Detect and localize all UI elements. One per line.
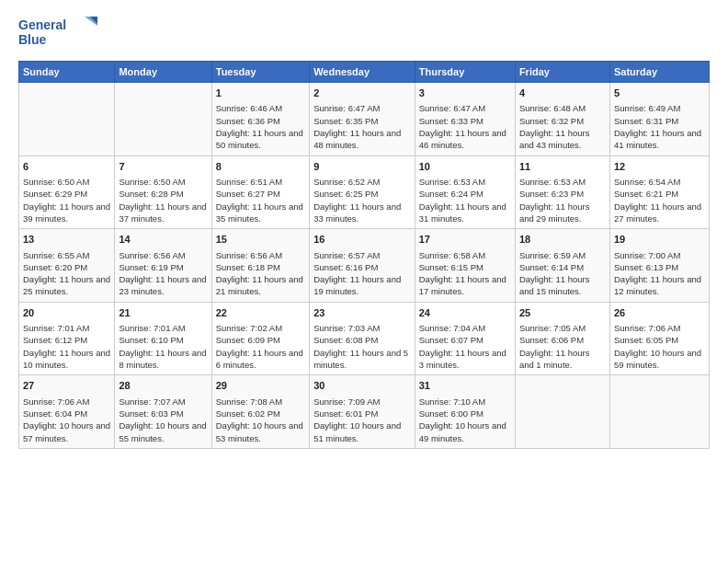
day-number: 28 (119, 379, 207, 393)
day-info: Sunrise: 6:50 AM Sunset: 6:28 PM Dayligh… (119, 176, 207, 224)
cell-day-empty-1 (115, 83, 211, 156)
day-info: Sunrise: 7:00 AM Sunset: 6:13 PM Dayligh… (614, 249, 705, 298)
day-number: 8 (216, 160, 305, 174)
cell-day-14: 14Sunrise: 6:56 AM Sunset: 6:19 PM Dayli… (115, 229, 211, 303)
day-number: 14 (119, 233, 207, 247)
day-number: 1 (216, 86, 305, 100)
day-number: 2 (313, 86, 411, 100)
cell-day-empty-0 (19, 83, 115, 156)
cell-day-26: 26Sunrise: 7:06 AM Sunset: 6:05 PM Dayli… (609, 302, 709, 375)
cell-day-8: 8Sunrise: 6:51 AM Sunset: 6:27 PM Daylig… (211, 155, 309, 229)
logo: General Blue (18, 15, 101, 53)
day-info: Sunrise: 6:51 AM Sunset: 6:27 PM Dayligh… (216, 176, 305, 224)
cell-day-15: 15Sunrise: 6:56 AM Sunset: 6:18 PM Dayli… (211, 229, 309, 303)
day-number: 30 (313, 379, 411, 393)
day-number: 31 (419, 379, 511, 393)
calendar-table: SundayMondayTuesdayWednesdayThursdayFrid… (18, 61, 710, 449)
day-info: Sunrise: 6:53 AM Sunset: 6:23 PM Dayligh… (519, 176, 606, 224)
day-number: 21 (119, 306, 207, 320)
cell-day-6: 6Sunrise: 6:50 AM Sunset: 6:29 PM Daylig… (19, 155, 115, 229)
day-number: 3 (419, 86, 511, 100)
day-info: Sunrise: 7:05 AM Sunset: 6:06 PM Dayligh… (519, 322, 606, 371)
day-info: Sunrise: 7:06 AM Sunset: 6:04 PM Dayligh… (23, 396, 110, 444)
cell-day-27: 27Sunrise: 7:06 AM Sunset: 6:04 PM Dayli… (19, 375, 115, 449)
day-number: 25 (519, 306, 606, 320)
day-info: Sunrise: 7:02 AM Sunset: 6:09 PM Dayligh… (216, 322, 305, 371)
day-info: Sunrise: 6:48 AM Sunset: 6:32 PM Dayligh… (519, 102, 606, 151)
day-info: Sunrise: 6:52 AM Sunset: 6:25 PM Dayligh… (313, 176, 411, 224)
logo-svg: General Blue (18, 15, 101, 53)
cell-day-4: 4Sunrise: 6:48 AM Sunset: 6:32 PM Daylig… (515, 83, 609, 156)
day-info: Sunrise: 7:07 AM Sunset: 6:03 PM Dayligh… (119, 396, 207, 444)
week-row-3: 13Sunrise: 6:55 AM Sunset: 6:20 PM Dayli… (19, 229, 710, 303)
cell-day-31: 31Sunrise: 7:10 AM Sunset: 6:00 PM Dayli… (415, 375, 515, 449)
day-number: 10 (419, 160, 511, 174)
day-info: Sunrise: 7:04 AM Sunset: 6:07 PM Dayligh… (419, 322, 511, 371)
day-number: 5 (614, 86, 705, 100)
day-info: Sunrise: 6:49 AM Sunset: 6:31 PM Dayligh… (614, 102, 705, 151)
day-number: 11 (519, 160, 606, 174)
cell-day-9: 9Sunrise: 6:52 AM Sunset: 6:25 PM Daylig… (310, 155, 415, 229)
day-info: Sunrise: 6:59 AM Sunset: 6:14 PM Dayligh… (519, 249, 606, 298)
col-header-wednesday: Wednesday (310, 62, 415, 83)
cell-day-19: 19Sunrise: 7:00 AM Sunset: 6:13 PM Dayli… (609, 229, 709, 303)
week-row-1: 1Sunrise: 6:46 AM Sunset: 6:36 PM Daylig… (19, 83, 710, 156)
day-info: Sunrise: 6:47 AM Sunset: 6:33 PM Dayligh… (419, 102, 511, 151)
cell-day-25: 25Sunrise: 7:05 AM Sunset: 6:06 PM Dayli… (515, 302, 609, 375)
cell-day-22: 22Sunrise: 7:02 AM Sunset: 6:09 PM Dayli… (211, 302, 309, 375)
calendar-body: 1Sunrise: 6:46 AM Sunset: 6:36 PM Daylig… (19, 83, 710, 449)
day-info: Sunrise: 7:06 AM Sunset: 6:05 PM Dayligh… (614, 322, 705, 371)
day-number: 12 (614, 160, 705, 174)
cell-day-23: 23Sunrise: 7:03 AM Sunset: 6:08 PM Dayli… (310, 302, 415, 375)
day-number: 13 (23, 233, 110, 247)
header: General Blue (18, 15, 710, 53)
day-info: Sunrise: 6:53 AM Sunset: 6:24 PM Dayligh… (419, 176, 511, 224)
day-number: 29 (216, 379, 305, 393)
day-number: 18 (519, 233, 606, 247)
cell-day-7: 7Sunrise: 6:50 AM Sunset: 6:28 PM Daylig… (115, 155, 211, 229)
cell-day-29: 29Sunrise: 7:08 AM Sunset: 6:02 PM Dayli… (211, 375, 309, 449)
cell-day-empty-5 (515, 375, 609, 449)
day-info: Sunrise: 7:01 AM Sunset: 6:10 PM Dayligh… (119, 322, 207, 371)
week-row-4: 20Sunrise: 7:01 AM Sunset: 6:12 PM Dayli… (19, 302, 710, 375)
cell-day-5: 5Sunrise: 6:49 AM Sunset: 6:31 PM Daylig… (609, 83, 709, 156)
day-info: Sunrise: 6:54 AM Sunset: 6:21 PM Dayligh… (614, 176, 705, 224)
day-info: Sunrise: 6:58 AM Sunset: 6:15 PM Dayligh… (419, 249, 511, 298)
col-header-tuesday: Tuesday (211, 62, 309, 83)
day-info: Sunrise: 6:57 AM Sunset: 6:16 PM Dayligh… (313, 249, 411, 298)
day-number: 4 (519, 86, 606, 100)
day-number: 16 (313, 233, 411, 247)
day-number: 23 (313, 306, 411, 320)
cell-day-24: 24Sunrise: 7:04 AM Sunset: 6:07 PM Dayli… (415, 302, 515, 375)
col-header-sunday: Sunday (19, 62, 115, 83)
day-number: 17 (419, 233, 511, 247)
day-number: 20 (23, 306, 110, 320)
col-header-saturday: Saturday (609, 62, 709, 83)
cell-day-21: 21Sunrise: 7:01 AM Sunset: 6:10 PM Dayli… (115, 302, 211, 375)
day-number: 9 (313, 160, 411, 174)
day-number: 6 (23, 160, 110, 174)
cell-day-17: 17Sunrise: 6:58 AM Sunset: 6:15 PM Dayli… (415, 229, 515, 303)
cell-day-30: 30Sunrise: 7:09 AM Sunset: 6:01 PM Dayli… (310, 375, 415, 449)
day-info: Sunrise: 7:01 AM Sunset: 6:12 PM Dayligh… (23, 322, 110, 371)
cell-day-18: 18Sunrise: 6:59 AM Sunset: 6:14 PM Dayli… (515, 229, 609, 303)
day-info: Sunrise: 6:47 AM Sunset: 6:35 PM Dayligh… (313, 102, 411, 151)
column-headers-row: SundayMondayTuesdayWednesdayThursdayFrid… (19, 62, 710, 83)
day-number: 7 (119, 160, 207, 174)
day-number: 26 (614, 306, 705, 320)
cell-day-1: 1Sunrise: 6:46 AM Sunset: 6:36 PM Daylig… (211, 83, 309, 156)
day-number: 22 (216, 306, 305, 320)
day-info: Sunrise: 6:55 AM Sunset: 6:20 PM Dayligh… (23, 249, 110, 298)
day-info: Sunrise: 6:56 AM Sunset: 6:19 PM Dayligh… (119, 249, 207, 298)
day-number: 15 (216, 233, 305, 247)
svg-text:General: General (18, 17, 66, 32)
cell-day-12: 12Sunrise: 6:54 AM Sunset: 6:21 PM Dayli… (609, 155, 709, 229)
col-header-friday: Friday (515, 62, 609, 83)
cell-day-20: 20Sunrise: 7:01 AM Sunset: 6:12 PM Dayli… (19, 302, 115, 375)
day-info: Sunrise: 7:03 AM Sunset: 6:08 PM Dayligh… (313, 322, 411, 371)
svg-text:Blue: Blue (18, 32, 47, 47)
cell-day-10: 10Sunrise: 6:53 AM Sunset: 6:24 PM Dayli… (415, 155, 515, 229)
cell-day-empty-6 (609, 375, 709, 449)
col-header-thursday: Thursday (415, 62, 515, 83)
cell-day-28: 28Sunrise: 7:07 AM Sunset: 6:03 PM Dayli… (115, 375, 211, 449)
